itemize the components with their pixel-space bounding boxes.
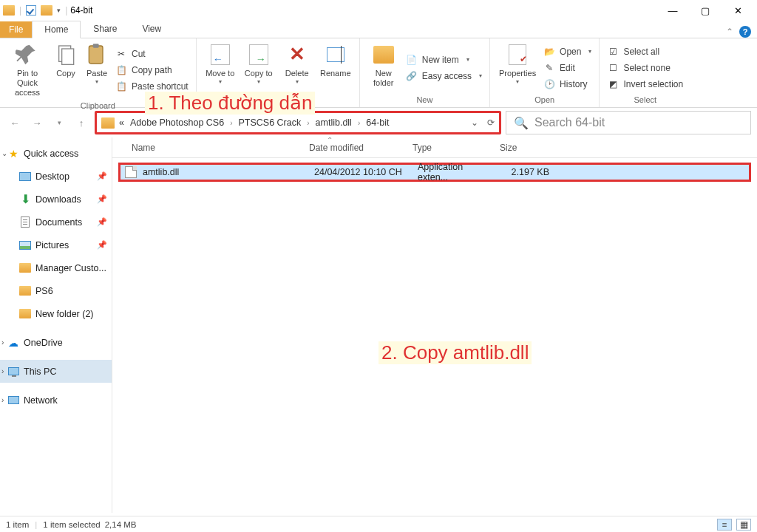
svg-rect-1 xyxy=(62,49,74,64)
move-to-button[interactable]: Move to▾ xyxy=(201,40,240,95)
sidebar-manager[interactable]: Manager Custo...📌 xyxy=(0,256,112,279)
back-button[interactable]: ← xyxy=(6,114,24,132)
search-icon: 🔍 xyxy=(514,116,529,130)
tab-share[interactable]: Share xyxy=(81,20,129,38)
status-size: 2,14 MB xyxy=(105,520,137,529)
history-button[interactable]: 🕑History xyxy=(540,76,594,92)
breadcrumb: « Adobe Photoshop CS6› PTSCS6 Crack› amt… xyxy=(119,117,390,128)
annotation-2: 2. Copy amtlib.dll xyxy=(378,341,532,364)
breadcrumb-part[interactable]: Adobe Photoshop CS6 xyxy=(130,117,224,128)
tab-view[interactable]: View xyxy=(129,20,174,38)
window-title: 64-bit xyxy=(70,5,92,16)
recent-dropdown-icon[interactable]: ▾ xyxy=(50,114,68,132)
search-placeholder: Search 64-bit xyxy=(534,116,605,129)
copy-to-button[interactable]: Copy to▾ xyxy=(240,40,278,95)
invert-selection-button[interactable]: ◩Invert selection xyxy=(604,76,686,92)
sidebar-documents[interactable]: Documents📌 xyxy=(0,211,112,233)
group-label: Clipboard xyxy=(4,101,191,112)
paste-shortcut-button[interactable]: 📋Paste shortcut xyxy=(112,78,191,95)
breadcrumb-part[interactable]: PTSCS6 Crack xyxy=(238,117,301,128)
open-button[interactable]: 📂Open▾ xyxy=(540,44,594,60)
ribbon: Pin to Quick access Copy Paste ▾ ✂Cut 📋C… xyxy=(0,38,757,108)
group-label: Open xyxy=(495,95,594,106)
new-folder-button[interactable]: New folder xyxy=(364,40,403,95)
file-row[interactable]: amtlib.dll 24/04/2012 10:10 CH Applicati… xyxy=(118,163,751,182)
new-item-button[interactable]: 📄New item▾ xyxy=(403,52,485,68)
select-all-button[interactable]: ☑Select all xyxy=(604,44,686,60)
ribbon-tabs: File Home Share View ⌃ ? xyxy=(0,21,757,38)
search-input[interactable]: 🔍 Search 64-bit xyxy=(506,111,751,134)
sidebar-onedrive[interactable]: ›☁OneDrive xyxy=(0,331,112,354)
sidebar-this-pc[interactable]: ›This PC xyxy=(0,360,112,383)
edit-button[interactable]: ✎Edit xyxy=(540,60,594,76)
content-pane: Name Date modified Type Size ⌃ amtlib.dl… xyxy=(112,137,757,513)
large-icons-view-button[interactable]: ▦ xyxy=(736,519,751,531)
copy-path-button[interactable]: 📋Copy path xyxy=(112,62,191,78)
svg-rect-3 xyxy=(93,44,99,47)
collapse-ribbon-icon[interactable]: ⌃ xyxy=(726,27,733,37)
tab-home[interactable]: Home xyxy=(32,21,81,38)
pin-icon: 📌 xyxy=(97,240,107,250)
sidebar-newfolder[interactable]: New folder (2) xyxy=(0,302,112,325)
folder-icon[interactable] xyxy=(41,5,52,16)
refresh-icon[interactable]: ⟳ xyxy=(487,117,495,128)
pin-quick-access-button[interactable]: Pin to Quick access xyxy=(4,40,50,101)
minimize-button[interactable]: — xyxy=(656,0,689,21)
forward-button[interactable]: → xyxy=(28,114,46,132)
ribbon-group-open: Properties▾ 📂Open▾ ✎Edit 🕑History Open xyxy=(490,38,600,107)
details-view-button[interactable]: ≡ xyxy=(717,519,732,531)
maximize-button[interactable]: ▢ xyxy=(689,0,722,21)
col-size[interactable]: Size xyxy=(494,143,553,153)
group-label: Select xyxy=(604,95,686,106)
rename-button[interactable]: Rename xyxy=(316,40,355,95)
easy-access-button[interactable]: 🔗Easy access▾ xyxy=(403,68,485,84)
help-icon[interactable]: ? xyxy=(739,26,751,38)
col-name[interactable]: Name xyxy=(112,143,303,153)
column-headers: Name Date modified Type Size ⌃ xyxy=(112,137,757,158)
paste-button[interactable]: Paste ▾ xyxy=(81,40,112,101)
sidebar: ⌄★Quick access Desktop📌 ⬇Downloads📌 Docu… xyxy=(0,137,112,513)
qat-divider: | xyxy=(19,5,21,16)
copy-button[interactable]: Copy xyxy=(50,40,81,101)
cut-button[interactable]: ✂Cut xyxy=(112,46,191,62)
delete-button[interactable]: ✕Delete▾ xyxy=(278,40,316,95)
breadcrumb-part[interactable]: 64-bit xyxy=(366,117,389,128)
main: ⌄★Quick access Desktop📌 ⬇Downloads📌 Docu… xyxy=(0,137,757,513)
ribbon-group-clipboard: Pin to Quick access Copy Paste ▾ ✂Cut 📋C… xyxy=(0,38,197,107)
qat-divider: | xyxy=(65,5,67,16)
breadcrumb-part[interactable]: amtlib.dll xyxy=(316,117,352,128)
close-button[interactable]: ✕ xyxy=(722,0,754,21)
file-type: Application exten... xyxy=(412,162,499,183)
props-qat-icon[interactable] xyxy=(26,5,36,16)
ribbon-group-new: New folder 📄New item▾ 🔗Easy access▾ New xyxy=(360,38,490,107)
up-button[interactable]: ↑ xyxy=(72,114,90,132)
status-count: 1 item xyxy=(6,520,29,529)
select-none-button[interactable]: ☐Select none xyxy=(604,60,686,76)
title-bar: | ▾ | 64-bit — ▢ ✕ xyxy=(0,0,757,21)
pin-icon: 📌 xyxy=(97,217,107,227)
nav-row: ← → ▾ ↑ « Adobe Photoshop CS6› PTSCS6 Cr… xyxy=(0,108,757,137)
tab-file[interactable]: File xyxy=(0,21,32,38)
sidebar-pictures[interactable]: Pictures📌 xyxy=(0,233,112,256)
pin-icon: 📌 xyxy=(97,171,107,181)
sidebar-downloads[interactable]: ⬇Downloads📌 xyxy=(0,188,112,211)
folder-icon xyxy=(3,5,15,16)
qat-dropdown-icon[interactable]: ▾ xyxy=(57,7,61,14)
file-size: 2.197 KB xyxy=(499,167,555,177)
svg-rect-2 xyxy=(89,46,103,64)
dll-file-icon xyxy=(125,166,137,178)
file-date: 24/04/2012 10:10 CH xyxy=(308,167,412,177)
window-controls: — ▢ ✕ xyxy=(656,0,754,21)
address-bar[interactable]: « Adobe Photoshop CS6› PTSCS6 Crack› amt… xyxy=(95,111,501,134)
sidebar-network[interactable]: ›Network xyxy=(0,389,112,412)
sidebar-ps6[interactable]: PS6 xyxy=(0,279,112,302)
sidebar-desktop[interactable]: Desktop📌 xyxy=(0,165,112,188)
address-dropdown-icon[interactable]: ⌄ xyxy=(471,117,478,128)
breadcrumb-prefix: « xyxy=(119,117,124,128)
status-selected: 1 item selected xyxy=(43,520,100,529)
col-type[interactable]: Type xyxy=(407,143,494,153)
group-label: New xyxy=(364,95,485,106)
sidebar-quick-access[interactable]: ⌄★Quick access xyxy=(0,142,112,165)
col-date[interactable]: Date modified xyxy=(303,143,407,153)
properties-button[interactable]: Properties▾ xyxy=(495,40,540,95)
